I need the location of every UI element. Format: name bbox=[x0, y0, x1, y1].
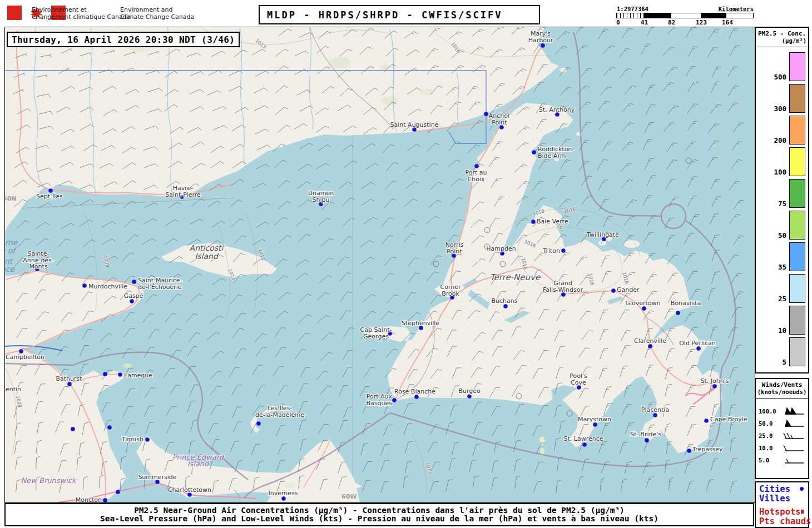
city-dot-roddickton-bide-arm bbox=[532, 150, 536, 155]
divider bbox=[756, 398, 808, 399]
city-label-twillingate: Twillingate bbox=[586, 231, 619, 238]
scale-units: Kilometers bbox=[719, 6, 754, 12]
winds-legend-rows: 100.050.025.010.05.0 bbox=[756, 405, 808, 466]
pm25-bin-25: 25 bbox=[756, 274, 805, 303]
pm25-legend-subtitle: (µg/m³) bbox=[756, 37, 808, 46]
city-dot-sept-les bbox=[48, 188, 53, 193]
pm25-bin-swatch bbox=[789, 274, 805, 303]
city-label-sept-les: Sept-Îles bbox=[36, 193, 63, 200]
city-dot-marystown bbox=[593, 422, 597, 427]
city-label-port-aux-basques: Port AuxBasques bbox=[367, 393, 393, 407]
city-dot-saint-maurice-de-l-chouerie bbox=[132, 280, 136, 284]
pm25-bin-label: 200 bbox=[774, 136, 786, 145]
city-dot-cape-broyle bbox=[704, 419, 709, 423]
city-dot-clarenville bbox=[648, 344, 652, 348]
city-label-gasp: Gaspé bbox=[124, 292, 143, 300]
winds-legend: Winds/Vents (knots/noeuds) 100.050.025.0… bbox=[755, 378, 809, 479]
pm25-bin-500: 500 bbox=[756, 52, 805, 81]
pm25-bin-label: 300 bbox=[774, 104, 786, 113]
city-label-clarenville: Clarenville bbox=[634, 337, 666, 345]
wind-row-100.0: 100.0 bbox=[756, 405, 808, 417]
water-label-fragment: nce bbox=[5, 265, 16, 273]
pm25-bin-100: 100 bbox=[756, 147, 805, 176]
winds-legend-title: Winds/Vents bbox=[756, 379, 808, 388]
city-dot-tignish bbox=[145, 437, 150, 442]
markers-legend: Cities Villes Hotspots Pts chauds bbox=[755, 481, 809, 528]
city-label-rose-blanche: Rose Blanche bbox=[394, 388, 435, 395]
city-label-st-anthony: St. Anthony bbox=[539, 106, 575, 113]
timestamp-text: Thursday, 16 April 2026 20:30 NDT (3/46) bbox=[8, 34, 239, 45]
scale-bar-widget: 1:2977364 Kilometers 04182123164 bbox=[616, 6, 755, 28]
region-label-terre-neuve: Terre-Neuve bbox=[490, 272, 541, 282]
city-label-trepassey: Trepassey bbox=[692, 446, 723, 453]
cities-label-fr: Villes bbox=[759, 494, 790, 504]
city-dot-icon bbox=[800, 487, 804, 491]
cities-label-en: Cities bbox=[759, 484, 790, 494]
logo-text-english: Environment andClimate Change Canada bbox=[120, 6, 194, 21]
pm25-legend-bins: 50030020010075503525105 bbox=[756, 52, 808, 366]
pm25-bin-label: 50 bbox=[778, 231, 786, 240]
city-label-tignish: Tignish bbox=[121, 436, 143, 443]
city-label-moncton: Moncton bbox=[76, 496, 102, 502]
map-canvas: 1013101610091012101310161016101810161016… bbox=[4, 27, 755, 503]
city-dot-moncton bbox=[103, 498, 107, 502]
hotspots-label-en: Hotspots bbox=[759, 507, 801, 517]
city-dot-burgeo bbox=[467, 394, 472, 399]
hotspot-square-icon bbox=[801, 510, 804, 514]
city-label-saint-maurice-de-l-chouerie: Saint-Maurice-de-l'Échouerie bbox=[138, 277, 182, 291]
city-dot-les-les-de-la-madeleine bbox=[256, 421, 261, 426]
city-label-stephenville: Stephenville bbox=[402, 320, 439, 327]
city-label-pool-s-cove: Pool'sCove bbox=[570, 372, 587, 386]
city-dot-trepassey bbox=[687, 449, 691, 453]
city-label-mary-s-harbour: Mary'sHarbour bbox=[528, 30, 553, 44]
wind-speed-label: 25.0 bbox=[759, 432, 773, 439]
city-label-summerside: Summerside bbox=[138, 474, 176, 481]
pm25-bin-label: 25 bbox=[778, 295, 786, 303]
city-dot-triton bbox=[561, 248, 566, 253]
city-dot-st-john-s bbox=[712, 384, 717, 388]
scale-segment bbox=[701, 13, 726, 18]
city-label-gander: Gander bbox=[617, 286, 640, 293]
pm25-bin-label: 35 bbox=[778, 263, 786, 271]
pm25-bin-swatch bbox=[789, 306, 805, 335]
scale-segment-hatched bbox=[617, 13, 643, 18]
city-dot-murdochville bbox=[82, 283, 87, 288]
scale-bar bbox=[616, 13, 754, 18]
scale-segment bbox=[643, 13, 671, 18]
scale-tick: 0 bbox=[616, 19, 620, 26]
city-label-hampden: Hampden bbox=[486, 245, 516, 252]
wind-speed-label: 50.0 bbox=[759, 420, 773, 427]
city-label-bonavista: Bonavista bbox=[671, 300, 701, 307]
city-dot-gander bbox=[611, 288, 616, 293]
region-label-uentin: uentin bbox=[5, 386, 21, 393]
city-dot-lam-que bbox=[118, 372, 122, 377]
scale-tick: 123 bbox=[696, 19, 707, 26]
pm25-bin-label: 75 bbox=[778, 200, 786, 208]
wind-barb-icon bbox=[783, 456, 805, 465]
pm25-bin-300: 300 bbox=[756, 84, 805, 113]
city-label-cape-broyle: Cape Broyle bbox=[710, 416, 747, 423]
graticule-label-50n: 50N bbox=[5, 195, 17, 202]
app-window: Environnement etChangement climatique Ca… bbox=[0, 0, 812, 528]
scale-tick: 82 bbox=[668, 19, 675, 26]
pm25-bin-swatch bbox=[789, 211, 805, 240]
pm25-bin-200: 200 bbox=[756, 116, 805, 145]
city-label-glovertown: Glovertown bbox=[625, 300, 660, 307]
pm25-bin-swatch bbox=[789, 179, 805, 208]
pm25-bin-35: 35 bbox=[756, 242, 805, 271]
pm25-bin-swatch bbox=[789, 242, 805, 271]
pm25-bin-label: 100 bbox=[774, 168, 786, 176]
city-label-marystown: Marystown bbox=[578, 416, 611, 423]
wind-row-5.0: 5.0 bbox=[756, 454, 808, 466]
wind-barb-icon bbox=[783, 419, 805, 428]
city-label-lam-que: Lamèque bbox=[124, 372, 152, 379]
caption-line1: PM2.5 Near-Ground Air Concentrations (µg… bbox=[6, 506, 753, 515]
scale-tick: 41 bbox=[641, 19, 648, 26]
pm25-bin-label: 5 bbox=[782, 358, 786, 366]
city-dot-st-lawrence bbox=[582, 442, 587, 447]
city-label-baie-verte: Baie Verte bbox=[537, 218, 568, 225]
caption-box: PM2.5 Near-Ground Air Concentrations (µg… bbox=[4, 503, 754, 526]
city-label-triton: Triton bbox=[542, 247, 560, 255]
city-label-campbellton: Campbellton bbox=[6, 353, 44, 361]
city-dot-old-perlican bbox=[696, 346, 701, 351]
